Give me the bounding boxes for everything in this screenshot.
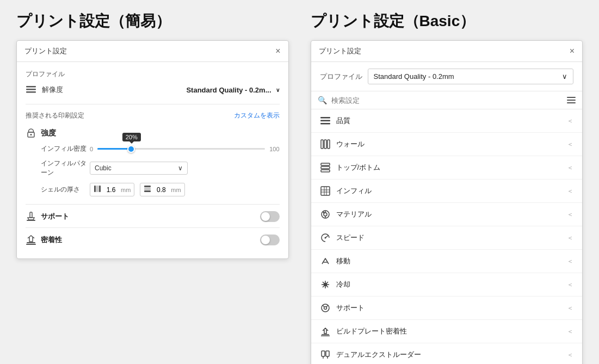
- svg-rect-2: [26, 91, 36, 93]
- profile-dropdown[interactable]: Standard Quality - 0.2m... ∨: [186, 86, 279, 94]
- right-profile-label: プロファイル: [320, 72, 362, 82]
- svg-rect-20: [321, 140, 323, 149]
- svg-rect-9: [144, 186, 151, 187]
- speed-label: スピード: [336, 233, 365, 243]
- svg-rect-26: [321, 187, 330, 195]
- dual-icon: [320, 349, 331, 360]
- adhesion-row: 密着性: [26, 235, 280, 245]
- svg-rect-22: [328, 140, 330, 149]
- travel-label: 移動: [336, 256, 350, 266]
- right-dialog-title: プリント設定: [319, 46, 361, 56]
- wall-label: ウォール: [336, 139, 365, 149]
- right-profile-value: Standard Quality - 0.2mm: [374, 72, 454, 81]
- svg-rect-16: [26, 244, 36, 245]
- svg-rect-13: [30, 212, 32, 218]
- svg-rect-21: [324, 140, 326, 149]
- right-close-button[interactable]: ×: [570, 47, 575, 55]
- wall-chevron-icon: ＜: [567, 140, 573, 149]
- menu-item-speed-left: スピード: [320, 232, 365, 243]
- infill-pattern-label: インフィルパターン: [41, 159, 90, 177]
- hamburger-line-3: [567, 102, 576, 103]
- quality-label: 品質: [336, 116, 350, 126]
- svg-rect-1: [26, 89, 36, 90]
- menu-item-wall-left: ウォール: [320, 139, 365, 150]
- svg-rect-10: [144, 188, 151, 189]
- shell-value-2: 0.8: [153, 186, 169, 194]
- right-title: プリント設定（Basic）: [311, 11, 583, 32]
- slider-fill: [97, 148, 131, 150]
- menu-item-wall[interactable]: ウォール ＜: [311, 133, 583, 156]
- svg-point-4: [30, 134, 32, 135]
- svg-line-43: [326, 305, 328, 307]
- topbottom-label: トップ/ボトム: [336, 163, 381, 172]
- menu-item-travel-left: 移動: [320, 256, 350, 267]
- dual-chevron-icon: ＜: [567, 350, 573, 360]
- custom-link[interactable]: カスタムを表示: [234, 111, 280, 120]
- shell-wall-icon: [94, 185, 101, 194]
- menu-item-cooling[interactable]: 冷却 ＜: [311, 273, 583, 297]
- search-input[interactable]: [331, 96, 563, 104]
- left-dialog: プリント設定 × プロファイル 解像度 Standard Quality - 0…: [16, 40, 289, 259]
- shell-top-icon: [144, 185, 151, 194]
- support-toggle[interactable]: [260, 211, 280, 222]
- cooling-chevron-icon: ＜: [567, 280, 573, 289]
- profile-value: Standard Quality - 0.2m...: [186, 86, 271, 94]
- menu-item-infill[interactable]: インフィル ＜: [311, 180, 583, 203]
- svg-rect-11: [144, 189, 151, 190]
- shell-thickness-row: シェルの厚さ 1.6: [26, 183, 280, 196]
- left-dialog-header: プリント設定 ×: [17, 41, 288, 62]
- menu-item-travel[interactable]: 移動 ＜: [311, 250, 583, 273]
- svg-rect-19: [320, 123, 330, 125]
- svg-rect-14: [27, 220, 35, 221]
- infill-density-label: インフィル密度: [41, 144, 90, 153]
- material-label: マテリアル: [336, 209, 372, 219]
- profile-section-label: プロファイル: [26, 70, 280, 79]
- infill-density-row: インフィル密度 0 20% 100: [26, 144, 280, 153]
- search-bar: 🔍: [311, 91, 583, 109]
- support-icon: [26, 211, 36, 222]
- svg-rect-47: [326, 351, 329, 356]
- infill-pattern-chevron-icon: ∨: [178, 164, 183, 172]
- svg-rect-7: [98, 186, 99, 192]
- infill-chevron-icon: ＜: [567, 187, 573, 196]
- infill-pattern-dropdown[interactable]: Cubic ∨: [90, 162, 188, 175]
- slider-wrapper[interactable]: 20%: [97, 148, 265, 150]
- left-close-button[interactable]: ×: [275, 47, 280, 55]
- slider-thumb[interactable]: [127, 145, 135, 153]
- left-content: プロファイル 解像度 Standard Quality - 0.2m... ∨: [17, 62, 288, 258]
- svg-rect-46: [322, 351, 325, 356]
- hamburger-icon[interactable]: [567, 97, 576, 103]
- svg-rect-6: [96, 186, 97, 192]
- shell-input-2: 0.8 mm: [140, 183, 184, 196]
- wall-icon: [320, 139, 331, 150]
- support-menu-icon: [320, 303, 331, 313]
- right-profile-dropdown[interactable]: Standard Quality - 0.2mm ∨: [368, 69, 574, 84]
- menu-item-topbottom[interactable]: トップ/ボトム ＜: [311, 156, 583, 180]
- adhesion-toggle[interactable]: [260, 235, 280, 245]
- menu-item-material[interactable]: マテリアル ＜: [311, 203, 583, 226]
- right-dialog-header: プリント設定 ×: [311, 41, 583, 62]
- dual-label: デュアルエクストルーダー: [336, 350, 421, 360]
- profile-row: 解像度 Standard Quality - 0.2m... ∨: [26, 84, 280, 95]
- menu-item-adhesion[interactable]: ビルドプレート密着性 ＜: [311, 320, 583, 343]
- slider-min: 0: [90, 146, 93, 152]
- svg-point-32: [324, 213, 327, 216]
- support-menu-label: サポート: [336, 303, 365, 313]
- menu-item-speed[interactable]: スピード ＜: [311, 226, 583, 250]
- support-chevron-icon: ＜: [567, 304, 573, 313]
- svg-point-35: [323, 212, 324, 213]
- right-profile-row: プロファイル Standard Quality - 0.2mm ∨: [311, 62, 583, 91]
- adhesion-toggle-knob: [261, 236, 270, 244]
- menu-item-support[interactable]: サポート ＜: [311, 297, 583, 320]
- adhesion-label: 密着性: [41, 235, 260, 245]
- menu-item-dual[interactable]: デュアルエクストルーダー ＜: [311, 343, 583, 364]
- travel-icon: [320, 256, 331, 267]
- settings-menu-list: 品質 ＜ ウォール ＜: [311, 109, 583, 364]
- left-title: プリント設定（簡易）: [16, 11, 289, 32]
- strength-title-row: 強度: [26, 128, 280, 139]
- cooling-label: 冷却: [336, 280, 350, 289]
- right-dialog: プリント設定 × プロファイル Standard Quality - 0.2mm…: [311, 40, 583, 364]
- menu-item-quality[interactable]: 品質 ＜: [311, 109, 583, 133]
- right-profile-chevron-icon: ∨: [562, 72, 567, 81]
- menu-item-adhesion-left: ビルドプレート密着性: [320, 326, 407, 337]
